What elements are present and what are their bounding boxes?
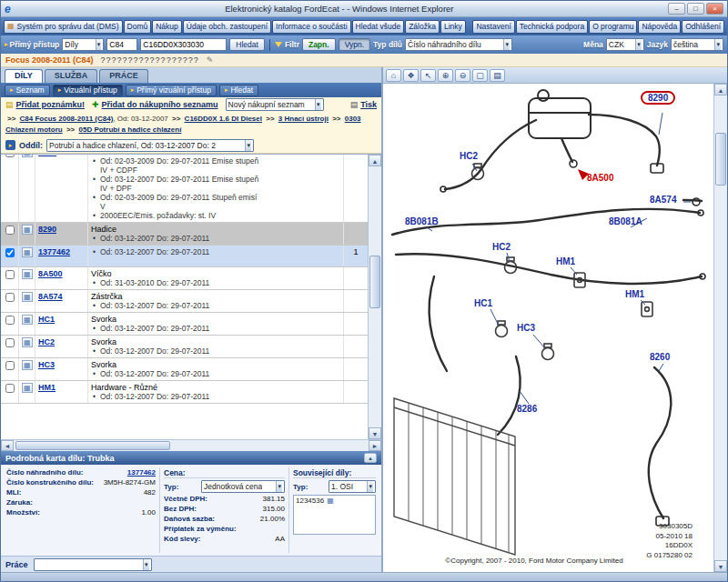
- table-row[interactable]: ▦ 8A500 Víčko Od: 31-03-2010 Do: 29-07-2…: [1, 267, 368, 290]
- diagram-label-hm1-a[interactable]: HM1: [556, 256, 575, 266]
- add-note-link[interactable]: Přidat poznámku!: [16, 100, 86, 109]
- part-image-icon[interactable]: ▦: [22, 247, 33, 257]
- search-everywhere-button[interactable]: Hledat všude: [352, 20, 405, 34]
- scroll-down-button[interactable]: ▼: [369, 427, 381, 439]
- fit-page-icon[interactable]: ▢: [472, 69, 488, 82]
- part-ref-link[interactable]: HC3: [38, 360, 55, 369]
- diagram-canvas[interactable]: 8290 HC2 8A500 8A574 8B081B 8B081A HC2 H…: [383, 84, 713, 572]
- row-checkbox[interactable]: [5, 270, 15, 279]
- zoom-out-icon[interactable]: ⊖: [455, 69, 470, 82]
- part-ref-link[interactable]: HC1: [38, 315, 55, 324]
- breadcrumb-vehicle[interactable]: C84 Focus 2008-2011 (C84): [20, 115, 114, 123]
- part-ref-link[interactable]: HC2: [38, 337, 55, 346]
- maximize-button[interactable]: □: [687, 3, 704, 15]
- diagram-label-8a574[interactable]: 8A574: [650, 195, 676, 205]
- row-checkbox[interactable]: [5, 155, 15, 157]
- bookmark-button[interactable]: Záložka: [405, 20, 440, 34]
- table-row[interactable]: ▦ HC2 Svorka Od: 03-12-2007 Do: 29-07-20…: [1, 336, 368, 358]
- view-list-button[interactable]: ▸Seznam: [5, 85, 50, 96]
- settings-button[interactable]: Nastavení: [472, 20, 514, 34]
- diagram-scrollbar[interactable]: ▲ ▼: [713, 84, 727, 572]
- diagram-label-8260[interactable]: 8260: [650, 352, 670, 362]
- dealer-data-button[interactable]: Údaje obch. zastoupení: [183, 20, 271, 34]
- about-button[interactable]: O programu: [589, 20, 637, 34]
- part-image-icon[interactable]: ▦: [22, 315, 33, 325]
- diagram-label-8b081a[interactable]: 8B081A: [609, 216, 642, 226]
- part-number-link[interactable]: 1377462: [38, 247, 70, 256]
- view-direct-visual-button[interactable]: ▸Přímý vizuální přístup: [126, 85, 217, 96]
- row-checkbox[interactable]: [5, 293, 15, 302]
- row-checkbox[interactable]: [5, 361, 15, 370]
- breadcrumb-section[interactable]: 05D Potrubí a hadice chlazení: [78, 125, 181, 134]
- tab-sluzba[interactable]: SLUŽBA: [45, 69, 98, 83]
- minimize-button[interactable]: –: [668, 3, 685, 15]
- filter-off-button[interactable]: Vypn.: [339, 38, 370, 51]
- hscrollbar-track[interactable]: [14, 440, 369, 451]
- scroll-down-button[interactable]: ▼: [714, 560, 727, 572]
- collapse-detail-button[interactable]: ▲: [364, 453, 377, 463]
- table-row[interactable]: ▦ HC1 Svorka Od: 03-12-2007 Do: 29-07-20…: [1, 313, 368, 336]
- part-image-icon[interactable]: ▦: [22, 337, 33, 347]
- diagram-label-hm1-b[interactable]: HM1: [625, 289, 644, 299]
- row-checkbox[interactable]: [5, 226, 15, 235]
- table-row[interactable]: ▦ HC3 Svorka Od: 03-12-2007 Do: 29-07-20…: [1, 358, 368, 381]
- diagram-label-hc1[interactable]: HC1: [474, 298, 492, 308]
- tab-prace[interactable]: PRÁCE: [99, 69, 148, 83]
- print-link[interactable]: Tisk: [360, 100, 377, 109]
- currency-select[interactable]: CZK▾: [606, 38, 644, 51]
- part-image-icon[interactable]: ▦: [22, 225, 33, 235]
- close-button[interactable]: ×: [706, 3, 723, 15]
- diagram-label-8b081b[interactable]: 8B081B: [405, 216, 439, 226]
- scroll-right-button[interactable]: ►: [369, 440, 381, 451]
- tab-dily[interactable]: DÍLY: [5, 69, 43, 83]
- diagram-label-8a500[interactable]: 8A500: [587, 173, 613, 183]
- row-checkbox[interactable]: [5, 248, 15, 257]
- vehicle-code-input[interactable]: [106, 38, 137, 51]
- table-row[interactable]: ▦ 8A574 Zástrčka Od: 03-12-2007 Do: 29-0…: [1, 290, 368, 313]
- diagram-label-8290[interactable]: 8290: [641, 91, 675, 105]
- home-button[interactable]: Domů: [124, 20, 152, 34]
- logout-button[interactable]: Odhlášení: [682, 20, 724, 34]
- part-ref-link[interactable]: HM1: [38, 383, 56, 392]
- scroll-left-button[interactable]: ◄: [1, 440, 14, 451]
- scrollbar-track[interactable]: [714, 95, 727, 560]
- section-icon[interactable]: ▸: [5, 140, 15, 150]
- part-ref-link[interactable]: 8286: [38, 155, 56, 156]
- part-image-icon[interactable]: ▦: [22, 292, 33, 302]
- add-to-shopping-list-link[interactable]: Přidat do nákupního seznamu: [102, 100, 218, 109]
- search-button[interactable]: Hledat: [229, 38, 265, 51]
- related-part-item[interactable]: 1234536▦: [296, 497, 373, 505]
- part-image-icon[interactable]: ▦: [22, 360, 33, 370]
- part-info-button[interactable]: Informace o součásti: [272, 20, 350, 34]
- links-button[interactable]: Linky: [440, 20, 466, 34]
- part-code-input[interactable]: [140, 38, 227, 51]
- part-ref-link[interactable]: 8A500: [38, 269, 63, 278]
- row-checkbox[interactable]: [5, 316, 15, 325]
- part-ref-link[interactable]: 8290: [38, 225, 56, 234]
- select-icon[interactable]: ↖: [420, 69, 436, 82]
- scrollbar-thumb[interactable]: [715, 133, 726, 186]
- view-visual-button[interactable]: ▸Vizuální přístup: [53, 85, 123, 96]
- language-select[interactable]: čeština▾: [671, 38, 723, 51]
- table-row[interactable]: ▦ 8286 Hadice Od: 02-03-2009 Do: 29-07-2…: [1, 155, 368, 223]
- table-row[interactable]: ▦ 1377462 Od: 03-12-2007 Do: 29-07-2011 …: [1, 246, 368, 267]
- scroll-up-button[interactable]: ▲: [714, 84, 727, 95]
- edit-icon[interactable]: ✎: [207, 55, 214, 65]
- pan-icon[interactable]: ❖: [403, 69, 419, 82]
- view-search-button[interactable]: ▸Hledat: [219, 85, 258, 96]
- related-type-select[interactable]: 1. OSI▾: [329, 480, 376, 493]
- dms-button[interactable]: ▦Systém pro správu dat (DMS): [4, 20, 123, 34]
- print-icon[interactable]: ▤: [490, 69, 505, 82]
- zoom-in-icon[interactable]: ⊕: [438, 69, 453, 82]
- diagram-label-hc2-b[interactable]: HC2: [492, 242, 511, 252]
- purchase-button[interactable]: Nákup: [152, 20, 182, 34]
- scroll-up-button[interactable]: ▲: [369, 155, 381, 166]
- help-button[interactable]: Nápověda: [638, 20, 681, 34]
- diagram-label-8286[interactable]: 8286: [517, 404, 537, 414]
- price-type-select[interactable]: Jednotková cena▾: [201, 480, 285, 493]
- category-select[interactable]: Díly▾: [62, 38, 104, 51]
- row-checkbox[interactable]: [5, 384, 15, 393]
- scrollbar-thumb[interactable]: [369, 256, 380, 308]
- diagram-label-hc3[interactable]: HC3: [517, 323, 535, 333]
- filter-on-button[interactable]: Zapn.: [302, 38, 336, 51]
